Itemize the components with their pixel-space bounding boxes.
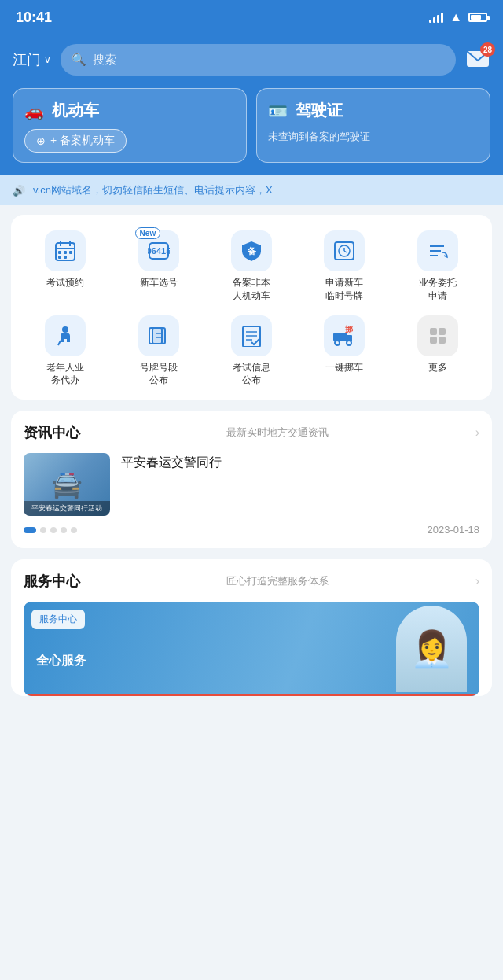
plate-label: 新车选号 <box>140 276 178 289</box>
service-tow[interactable]: 挪 一键挪车 <box>298 315 391 388</box>
service-entrust[interactable]: 业务委托申请 <box>391 230 484 303</box>
wifi-icon: ▲ <box>450 10 462 24</box>
status-icons: ▲ <box>429 10 487 24</box>
mail-button[interactable]: 28 <box>465 47 490 72</box>
svg-rect-23 <box>152 328 165 344</box>
service-more[interactable]: 更多 <box>391 315 484 388</box>
more-icon <box>427 325 449 347</box>
news-footer: 2023-01-18 <box>24 524 479 536</box>
news-title-text: 资讯中心 <box>24 423 80 442</box>
news-chevron-icon[interactable]: › <box>475 426 479 440</box>
more-label: 更多 <box>428 361 447 374</box>
service-center-title: 服务中心 <box>24 572 80 591</box>
temp-label: 申请新车临时号牌 <box>325 276 363 303</box>
speaker-icon: 🔊 <box>13 185 25 197</box>
news-date: 2023-01-18 <box>428 524 480 536</box>
mail-badge: 28 <box>480 42 495 57</box>
car-icon: 🚗 <box>24 101 44 120</box>
clock-icon <box>333 240 355 262</box>
plate-icon-wrap: New 06415 <box>138 230 179 271</box>
exam-label: 考试预约 <box>46 276 84 289</box>
plus-icon: ⊕ <box>36 134 46 147</box>
service-plate[interactable]: New 06415 新车选号 <box>112 230 204 303</box>
service-center-header: 服务中心 匠心打造完整服务体系 › <box>24 572 479 591</box>
examinfo-label: 考试信息公布 <box>233 361 270 388</box>
exam-icon-wrap <box>45 230 86 271</box>
segment-label: 号牌号段公布 <box>140 361 178 388</box>
vehicle-action-label: + 备案机动车 <box>50 134 115 148</box>
temp-icon-wrap <box>324 230 365 271</box>
service-archive[interactable]: 备 备案非本人机动车 <box>205 230 298 303</box>
news-dot-5[interactable] <box>71 527 77 533</box>
service-examinfo[interactable]: 考试信息公布 <box>205 315 298 388</box>
license-subtitle: 未查询到备案的驾驶证 <box>268 129 479 145</box>
svg-rect-8 <box>58 256 61 259</box>
service-banner-label: 服务中心 <box>31 610 85 629</box>
entrust-icon <box>427 240 449 262</box>
chevron-down-icon: ∨ <box>44 54 51 65</box>
license-card[interactable]: 🪪 驾驶证 未查询到备案的驾驶证 <box>256 88 490 163</box>
service-banner[interactable]: 服务中心 全心服务 👩‍💼 <box>24 602 479 696</box>
news-article-title: 平安春运交警同行 <box>121 453 479 472</box>
search-icon: 🔍 <box>72 53 86 67</box>
calendar-icon <box>54 240 76 262</box>
city-selector[interactable]: 江门 ∨ <box>13 50 51 69</box>
news-dots <box>24 527 77 533</box>
svg-point-20 <box>62 326 68 333</box>
svg-text:备: 备 <box>247 246 256 256</box>
svg-rect-6 <box>64 251 67 254</box>
banner-person-figure: 👩‍💼 <box>396 606 467 692</box>
service-center-card: 服务中心 匠心打造完整服务体系 › 服务中心 全心服务 👩‍💼 <box>11 559 492 696</box>
search-bar[interactable]: 🔍 搜索 <box>61 44 456 76</box>
service-banner-red-bar <box>24 694 479 696</box>
svg-rect-30 <box>333 333 347 341</box>
vehicle-action-button[interactable]: ⊕ + 备案机动车 <box>24 129 127 153</box>
service-temp[interactable]: 申请新车临时号牌 <box>298 230 391 303</box>
services-grid: 考试预约 New 06415 新车选号 备 <box>19 230 484 387</box>
search-placeholder: 搜索 <box>93 53 116 68</box>
news-dot-4[interactable] <box>61 527 67 533</box>
notice-bar: 🔊 v.cn网站域名，切勿轻信陌生短信、电话提示内容，X <box>0 175 503 205</box>
vehicle-card[interactable]: 🚗 机动车 ⊕ + 备案机动车 <box>13 88 247 163</box>
news-dot-3[interactable] <box>50 527 57 533</box>
header: 江门 ∨ 🔍 搜索 28 <box>0 35 503 88</box>
vehicle-card-title: 🚗 机动车 <box>24 100 235 121</box>
svg-text:06415: 06415 <box>148 246 170 256</box>
service-exam[interactable]: 考试预约 <box>19 230 112 303</box>
elderly-icon <box>54 325 76 347</box>
tow-icon-wrap: 挪 <box>324 315 365 356</box>
shield-icon: 备 <box>240 240 263 262</box>
service-elderly[interactable]: 老年人业务代办 <box>19 315 112 388</box>
service-center-subtitle: 匠心打造完整服务体系 <box>226 574 329 588</box>
vehicle-label: 机动车 <box>52 100 99 121</box>
plate-icon: 06415 <box>148 241 170 260</box>
elderly-label: 老年人业务代办 <box>46 361 84 388</box>
svg-rect-9 <box>64 256 67 259</box>
svg-rect-37 <box>430 337 437 344</box>
new-badge: New <box>135 227 161 239</box>
news-dot-1[interactable] <box>24 527 36 533</box>
license-icon: 🪪 <box>268 101 288 120</box>
news-dot-2[interactable] <box>40 527 46 533</box>
svg-rect-35 <box>430 328 437 335</box>
cards-row: 🚗 机动车 ⊕ + 备案机动车 🪪 驾驶证 未查询到备案的驾驶证 <box>0 88 503 175</box>
svg-line-16 <box>344 251 347 252</box>
archive-label: 备案非本人机动车 <box>233 276 270 303</box>
service-center-chevron-icon[interactable]: › <box>475 574 479 588</box>
news-thumb-caption: 平安春运交警同行活动 <box>24 501 110 516</box>
entrust-icon-wrap <box>417 230 458 271</box>
battery-icon <box>468 13 487 22</box>
news-item: 🚔 平安春运交警同行活动 平安春运交警同行 <box>24 453 479 516</box>
svg-rect-26 <box>243 326 260 347</box>
elderly-icon-wrap <box>45 315 86 356</box>
service-segment[interactable]: 号牌号段公布 <box>112 315 204 388</box>
segment-icon <box>148 325 170 347</box>
examinfo-icon-wrap <box>231 315 272 356</box>
tow-label: 一键挪车 <box>325 361 363 374</box>
archive-icon-wrap: 备 <box>231 230 272 271</box>
more-icon-wrap <box>417 315 458 356</box>
svg-point-32 <box>335 341 340 345</box>
svg-point-33 <box>347 341 351 345</box>
svg-rect-38 <box>439 337 446 344</box>
svg-text:挪: 挪 <box>344 325 353 333</box>
